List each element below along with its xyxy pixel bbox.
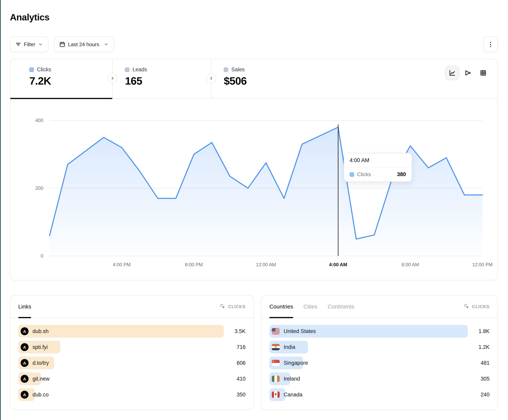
tab-countries-label: Countries — [269, 304, 293, 310]
dub-logo-icon — [21, 343, 29, 351]
x-axis-tick: 12:00 PM — [472, 262, 493, 267]
link-bar — [18, 325, 224, 338]
dub-logo-icon — [21, 391, 29, 398]
clicks-time-series-chart[interactable]: 0200400 4:00 PM8:00 PM12:00 AM4:00 AM8:0… — [10, 99, 498, 280]
dub-logo-icon — [21, 327, 29, 335]
left-edge-strip — [0, 0, 1, 420]
line-chart-icon — [449, 69, 456, 76]
links-panel: Links CLICKS dub.sh 3.5K — [10, 295, 254, 410]
link-value: 350 — [237, 388, 246, 401]
tab-cities[interactable]: Cities — [304, 296, 317, 318]
date-range-label: Last 24 hours — [68, 41, 99, 48]
table-view-button[interactable] — [476, 66, 490, 80]
chart-type-switcher — [445, 66, 490, 80]
metric-value: $506 — [224, 75, 322, 87]
country-label: United States — [284, 328, 316, 334]
page-title: Analytics — [10, 12, 49, 22]
tooltip-value: 380 — [397, 171, 406, 178]
y-axis-tick: 0 — [41, 253, 43, 259]
x-axis-tick: 4:00 PM — [113, 262, 131, 267]
calendar-icon — [59, 41, 65, 47]
metric-value: 7.2K — [29, 75, 112, 87]
dub-logo-icon — [21, 359, 29, 367]
country-label: India — [284, 344, 295, 350]
tab-leads[interactable]: Leads 165 — [112, 59, 211, 98]
toolbar: Filter Last 24 hours ⋮ — [10, 36, 498, 52]
tab-links-label: Links — [18, 304, 31, 310]
country-row[interactable]: Ireland 305 — [269, 372, 490, 385]
chart-tooltip: 4:00 AM Clicks 380 — [344, 153, 412, 182]
link-row[interactable]: dub.sh 3.5K — [18, 325, 246, 338]
x-axis-tick: 4:00 AM — [329, 262, 347, 267]
x-axis-tick: 12:00 AM — [256, 262, 276, 267]
clicks-area-fill — [50, 127, 482, 256]
kebab-menu-icon: ⋮ — [488, 41, 493, 47]
country-row[interactable]: Singapore 481 — [269, 357, 490, 369]
link-label: git.new — [32, 376, 50, 382]
metric-tabs: Clicks 7.2K Leads 165 Sales $506 — [10, 59, 498, 99]
x-axis-tick: 8:00 AM — [402, 262, 419, 267]
country-value: 1.2K — [478, 341, 490, 354]
filter-icon — [15, 42, 21, 47]
country-row[interactable]: India 1.2K — [269, 341, 490, 354]
link-row[interactable]: spti.fyi 716 — [18, 341, 246, 354]
links-metric-header[interactable]: CLICKS — [220, 304, 246, 310]
chevron-right-icon — [209, 76, 213, 80]
dub-logo-icon — [21, 375, 29, 383]
link-value: 716 — [237, 341, 246, 354]
us-flag-icon — [272, 328, 280, 334]
metric-value: 165 — [125, 75, 211, 87]
country-label: Ireland — [284, 376, 300, 382]
link-row[interactable]: d.to/try 606 — [18, 357, 246, 369]
tab-continents-label: Continents — [328, 304, 354, 310]
canada-flag-icon — [272, 391, 280, 398]
leads-series-swatch — [125, 68, 129, 72]
cursor-click-icon — [464, 304, 470, 310]
tooltip-time: 4:00 AM — [344, 153, 411, 167]
chevron-down-icon — [104, 42, 109, 47]
filter-button[interactable]: Filter — [10, 36, 48, 52]
geo-metric-label: CLICKS — [472, 304, 490, 309]
expand-leads-button[interactable] — [206, 73, 216, 83]
sales-series-swatch — [224, 68, 228, 72]
funnel-chart-icon — [464, 69, 471, 76]
geo-metric-header[interactable]: CLICKS — [464, 304, 490, 310]
link-row[interactable]: git.new 410 — [18, 372, 246, 385]
tab-continents[interactable]: Continents — [328, 296, 354, 318]
india-flag-icon — [272, 344, 280, 350]
country-row[interactable]: United States 1.8K — [269, 325, 490, 338]
analytics-page: Analytics Filter Last 24 hours — [0, 0, 508, 420]
links-list: dub.sh 3.5K spti.fyi 716 d.to/try 606 — [18, 325, 246, 404]
link-value: 606 — [237, 357, 246, 369]
tab-links[interactable]: Links — [18, 296, 31, 318]
y-axis-tick: 200 — [35, 185, 43, 191]
country-value: 240 — [481, 388, 490, 401]
line-chart-view-button[interactable] — [445, 66, 459, 80]
ireland-flag-icon — [272, 376, 280, 382]
funnel-chart-view-button[interactable] — [461, 66, 475, 80]
link-row[interactable]: dub.co 350 — [18, 388, 246, 401]
singapore-flag-icon — [272, 360, 280, 366]
tab-clicks[interactable]: Clicks 7.2K — [10, 59, 112, 98]
tooltip-series-swatch — [350, 172, 354, 177]
metric-label: Sales — [231, 66, 245, 73]
more-options-button[interactable]: ⋮ — [483, 36, 498, 52]
metric-label: Leads — [133, 66, 147, 73]
chevron-right-icon — [110, 76, 115, 80]
link-label: d.to/try — [32, 360, 49, 366]
country-row[interactable]: Canada 240 — [269, 388, 490, 401]
area-chart-svg[interactable]: 0200400 4:00 PM8:00 PM12:00 AM4:00 AM8:0… — [10, 99, 498, 280]
country-value: 305 — [481, 372, 490, 385]
tab-countries[interactable]: Countries — [269, 296, 293, 318]
clicks-series-swatch — [29, 68, 34, 72]
analytics-chart-card: Clicks 7.2K Leads 165 Sales $506 — [10, 59, 498, 281]
y-axis-tick: 400 — [35, 118, 43, 123]
country-value: 1.8K — [478, 325, 490, 338]
date-range-button[interactable]: Last 24 hours — [54, 36, 114, 52]
tab-sales[interactable]: Sales $506 — [211, 59, 322, 98]
country-label: Canada — [284, 392, 302, 398]
expand-clicks-button[interactable] — [107, 73, 117, 83]
link-value: 410 — [237, 372, 246, 385]
country-value: 481 — [481, 357, 490, 369]
country-label: Singapore — [284, 360, 308, 366]
